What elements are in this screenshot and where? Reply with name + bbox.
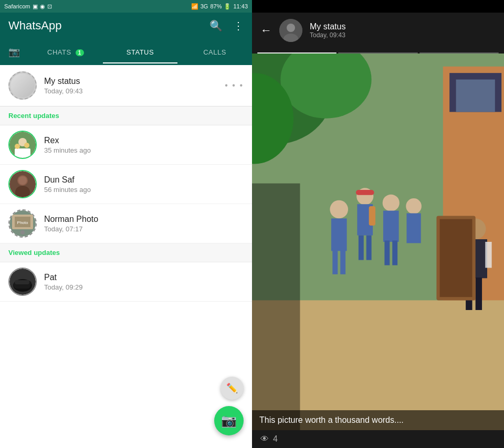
svg-point-7 <box>18 176 27 185</box>
svg-point-46 <box>406 198 422 214</box>
chats-tab[interactable]: CHATS 1 <box>28 41 103 63</box>
pat-avatar <box>8 268 37 296</box>
svg-marker-52 <box>485 242 491 268</box>
eye-icon: 👁 <box>260 434 269 444</box>
svg-rect-34 <box>332 248 338 274</box>
battery-icon: 🔋 <box>224 3 231 10</box>
rex-name: Rex <box>44 136 244 145</box>
signal-text: 3G <box>201 3 208 9</box>
svg-point-13 <box>20 230 25 234</box>
svg-point-3 <box>15 144 20 149</box>
status-view-name: My status <box>310 22 496 31</box>
pat-info: Pat Today, 09:29 <box>44 273 244 291</box>
dunsaf-name: Dun Saf <box>44 175 244 185</box>
dunsaf-info: Dun Saf 56 minutes ago <box>44 175 244 194</box>
carrier-text: Safaricom <box>4 3 30 9</box>
svg-rect-41 <box>369 206 375 226</box>
search-icon[interactable]: 🔍 <box>209 19 223 32</box>
svg-rect-43 <box>383 211 399 242</box>
svg-rect-51 <box>476 278 482 310</box>
status-view-info: My status Today, 09:43 <box>310 22 496 39</box>
rex-info: Rex 35 minutes ago <box>44 136 244 154</box>
contact-row-dunsaf[interactable]: Dun Saf 56 minutes ago <box>0 165 252 204</box>
my-status-time: Today, 09:43 <box>44 87 225 95</box>
status-caption: This picture worth a thousand words.... <box>252 410 504 430</box>
norman-name: Norman Photo <box>44 215 244 224</box>
pat-time: Today, 09:29 <box>44 283 244 291</box>
whatsapp-icon-status: ◉ <box>40 3 45 10</box>
chats-badge: 1 <box>76 49 84 56</box>
progress-bars <box>252 48 504 54</box>
contact-row-norman[interactable]: Photo Norman Photo Today, 07:17 <box>0 204 252 243</box>
svg-rect-33 <box>331 218 347 251</box>
svg-rect-39 <box>359 236 364 260</box>
app-title: WhatsApp <box>8 19 62 33</box>
svg-rect-45 <box>392 241 397 265</box>
rex-avatar <box>8 131 37 159</box>
contact-row-pat[interactable]: Pat Today, 09:29 <box>0 262 252 302</box>
rex-time: 35 minutes ago <box>44 146 244 154</box>
norman-info: Norman Photo Today, 07:17 <box>44 215 244 233</box>
svg-rect-44 <box>384 241 390 265</box>
camera-icon-status: ⊡ <box>47 3 52 10</box>
back-button[interactable]: ← <box>260 24 272 37</box>
status-bar: Safaricom ▣ ◉ ⊡ 📶 3G 87% 🔋 11:43 <box>0 0 252 13</box>
battery-text: 87% <box>210 3 222 9</box>
my-status-more[interactable]: • • • <box>225 81 244 90</box>
status-image: This picture worth a thousand words.... <box>252 54 504 430</box>
camera-tab[interactable]: 📷 <box>0 39 28 65</box>
camera-fab[interactable]: 📷 <box>214 406 244 435</box>
my-status-info: My status Today, 09:43 <box>44 77 225 95</box>
dunsaf-avatar <box>8 170 37 198</box>
pat-name: Pat <box>44 273 244 282</box>
tabs-bar: 📷 CHATS 1 STATUS CALLS <box>0 39 252 65</box>
svg-rect-2 <box>15 148 30 158</box>
status-views-bar: 👁 4 <box>252 430 504 448</box>
svg-point-4 <box>24 143 29 148</box>
status-view-header: ← My status Today, 09:43 <box>252 13 504 48</box>
svg-point-32 <box>330 200 348 219</box>
svg-rect-38 <box>356 190 374 195</box>
calls-tab[interactable]: CALLS <box>177 41 252 63</box>
svg-text:Photo: Photo <box>17 220 28 225</box>
my-status-name: My status <box>44 77 225 86</box>
svg-rect-35 <box>340 248 345 274</box>
more-options-icon[interactable]: ⋮ <box>233 19 244 32</box>
carrier-icon: ▣ <box>33 3 38 10</box>
wifi-icon: 📶 <box>191 3 198 10</box>
fab-area: ✏️ 📷 <box>214 377 244 435</box>
norman-avatar: Photo <box>8 209 37 238</box>
status-view-avatar <box>279 19 302 42</box>
dunsaf-time: 56 minutes ago <box>44 186 244 194</box>
time-text: 11:43 <box>233 3 248 9</box>
viewed-updates-header: Viewed updates <box>0 243 252 262</box>
svg-rect-54 <box>440 219 472 297</box>
status-view-time: Today, 09:43 <box>310 31 496 39</box>
status-tab[interactable]: STATUS <box>103 41 177 63</box>
recent-updates-header: Recent updates <box>0 106 252 125</box>
status-list: My status Today, 09:43 • • • Recent upda… <box>0 65 252 448</box>
app-header: WhatsApp 🔍 ⋮ <box>0 13 252 39</box>
svg-rect-31 <box>252 184 300 430</box>
my-status-row[interactable]: My status Today, 09:43 • • • <box>0 65 252 106</box>
svg-rect-29 <box>456 80 495 112</box>
svg-rect-19 <box>15 280 29 284</box>
svg-rect-47 <box>406 214 421 243</box>
views-count: 4 <box>273 434 278 444</box>
pencil-fab[interactable]: ✏️ <box>220 377 244 400</box>
svg-point-42 <box>383 195 400 211</box>
svg-point-21 <box>287 24 295 32</box>
norman-time: Today, 07:17 <box>44 225 244 233</box>
my-status-avatar <box>8 71 37 100</box>
svg-rect-40 <box>366 236 372 260</box>
status-view-panel: ← My status Today, 09:43 <box>252 13 504 448</box>
contact-row-rex[interactable]: Rex 35 minutes ago <box>0 125 252 165</box>
